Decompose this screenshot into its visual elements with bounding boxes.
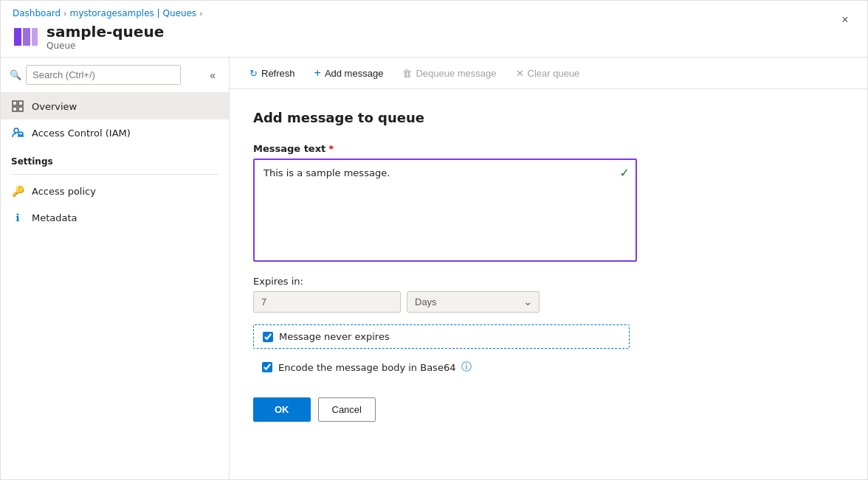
dequeue-icon: 🗑 — [402, 68, 412, 79]
title-section: sample-queue Queue — [13, 23, 164, 51]
search-icon: 🔍 — [10, 69, 21, 80]
svg-rect-3 — [13, 101, 17, 105]
required-indicator: * — [328, 143, 334, 154]
sidebar-item-metadata[interactable]: ℹ Metadata — [1, 204, 229, 231]
valid-check-icon: ✓ — [620, 166, 630, 180]
expires-value-input[interactable] — [253, 291, 401, 313]
panel-title: Add message to queue — [253, 110, 844, 125]
search-input[interactable] — [26, 65, 181, 85]
access-policy-icon: 🔑 — [11, 184, 24, 198]
settings-section-header: Settings — [1, 146, 229, 171]
svg-rect-4 — [18, 101, 23, 105]
toolbar: ↻ Refresh + Add message 🗑 Dequeue messag… — [230, 58, 867, 89]
svg-rect-1 — [23, 28, 30, 46]
sidebar-item-access-policy-label: Access policy — [32, 186, 96, 197]
clear-queue-icon: ✕ — [516, 68, 524, 79]
expires-row: Days Hours Minutes Seconds — [253, 291, 844, 313]
sidebar-item-access-control[interactable]: Access Control (IAM) — [1, 119, 229, 146]
dequeue-message-button[interactable]: 🗑 Dequeue message — [394, 63, 504, 83]
encode-checkbox[interactable] — [262, 362, 272, 372]
metadata-icon: ℹ — [11, 211, 24, 224]
svg-point-7 — [14, 128, 18, 133]
close-button[interactable]: × — [835, 10, 855, 30]
svg-rect-5 — [13, 107, 17, 111]
svg-rect-0 — [14, 28, 21, 46]
svg-rect-2 — [32, 28, 38, 46]
page-subtitle: Queue — [46, 41, 164, 51]
sidebar-item-access-policy[interactable]: 🔑 Access policy — [1, 178, 229, 204]
sidebar-item-overview[interactable]: Overview — [1, 93, 229, 119]
clear-queue-button[interactable]: ✕ Clear queue — [508, 63, 588, 83]
never-expires-row: Message never expires — [253, 324, 630, 349]
message-textarea-wrapper: ✓ — [253, 159, 637, 264]
encode-label: Encode the message body in Base64 — [278, 362, 455, 373]
breadcrumb-sep-1: › — [63, 9, 66, 18]
svg-rect-6 — [18, 107, 23, 111]
sidebar: 🔍 « Overview — [1, 58, 230, 479]
main-content: ↻ Refresh + Add message 🗑 Dequeue messag… — [230, 58, 867, 479]
page-title: sample-queue — [46, 23, 164, 41]
add-message-button[interactable]: + Add message — [306, 62, 392, 84]
add-message-label: Add message — [325, 68, 384, 79]
access-control-icon — [11, 126, 24, 139]
dequeue-message-label: Dequeue message — [416, 68, 496, 79]
queue-icon — [13, 24, 39, 50]
never-expires-checkbox[interactable] — [263, 332, 273, 342]
settings-divider — [11, 174, 218, 175]
expires-unit-select-wrapper: Days Hours Minutes Seconds — [407, 291, 540, 313]
title-bar: Dashboard › mystoragesamples | Queues › … — [1, 1, 867, 58]
message-textarea[interactable] — [253, 159, 637, 262]
cancel-button[interactable]: Cancel — [318, 397, 376, 422]
refresh-button[interactable]: ↻ Refresh — [241, 63, 303, 83]
breadcrumb-dashboard[interactable]: Dashboard — [13, 8, 61, 18]
sidebar-item-overview-label: Overview — [32, 101, 77, 112]
sidebar-item-access-control-label: Access Control (IAM) — [32, 128, 131, 139]
collapse-button[interactable]: « — [205, 66, 220, 84]
search-bar: 🔍 « — [1, 58, 229, 93]
main-window: Dashboard › mystoragesamples | Queues › … — [0, 0, 868, 480]
add-message-icon: + — [314, 66, 321, 80]
ok-button[interactable]: OK — [253, 397, 311, 422]
never-expires-label: Message never expires — [279, 331, 390, 342]
button-row: OK Cancel — [253, 397, 844, 422]
message-text-label: Message text * — [253, 143, 844, 154]
breadcrumb: Dashboard › mystoragesamples | Queues › — [13, 8, 203, 18]
title-text: sample-queue Queue — [46, 23, 164, 51]
sidebar-item-metadata-label: Metadata — [32, 212, 78, 223]
refresh-label: Refresh — [261, 68, 295, 79]
encode-row: Encode the message body in Base64 ⓘ — [253, 355, 844, 380]
add-message-panel: Add message to queue Message text * ✓ Ex… — [230, 89, 867, 479]
encode-info-icon[interactable]: ⓘ — [461, 361, 472, 374]
expires-unit-select[interactable]: Days Hours Minutes Seconds — [407, 291, 540, 313]
overview-icon — [11, 100, 24, 113]
breadcrumb-queues[interactable]: mystoragesamples | Queues — [70, 8, 197, 18]
expires-label: Expires in: — [253, 276, 844, 287]
body: 🔍 « Overview — [1, 58, 867, 479]
expires-group: Expires in: Days Hours Minutes Seconds — [253, 276, 844, 313]
refresh-icon: ↻ — [249, 68, 258, 79]
breadcrumb-sep-2: › — [199, 9, 202, 18]
message-text-group: Message text * ✓ — [253, 143, 844, 264]
clear-queue-label: Clear queue — [528, 68, 580, 79]
